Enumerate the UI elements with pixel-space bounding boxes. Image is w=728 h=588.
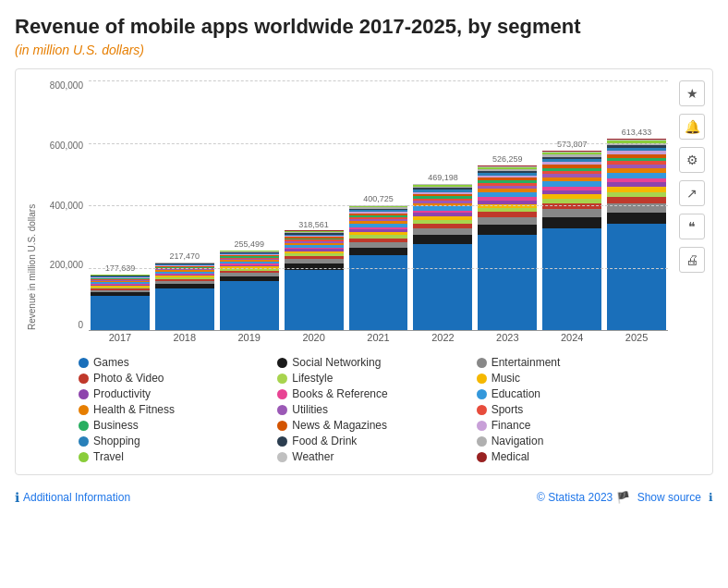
chart-container: ★ 🔔 ⚙ ↗ ❝ 🖨 Revenue in million U.S. doll… bbox=[15, 68, 713, 475]
additional-info-link[interactable]: ℹ Additional Information bbox=[15, 490, 130, 505]
legend-item-weather: Weather bbox=[277, 450, 468, 463]
x-label-2020: 2020 bbox=[285, 332, 344, 343]
segment-games bbox=[607, 224, 666, 330]
bar-group-2018: 217,470 bbox=[155, 251, 214, 330]
segment-games bbox=[91, 296, 150, 330]
legend: GamesSocial NetworkingEntertainmentPhoto… bbox=[27, 356, 668, 463]
bars-row: 177,639217,470255,499318,561400,725469,1… bbox=[89, 80, 668, 330]
x-label-2021: 2021 bbox=[349, 332, 408, 343]
share-icon[interactable]: ↗ bbox=[679, 180, 705, 206]
legend-dot bbox=[277, 389, 287, 399]
bar-group-2024: 573,807 bbox=[542, 140, 601, 330]
bar-total-2022: 469,198 bbox=[428, 173, 458, 182]
legend-dot bbox=[79, 436, 89, 447]
additional-info-label[interactable]: Additional Information bbox=[23, 491, 130, 504]
legend-item-finance: Finance bbox=[477, 419, 668, 432]
footer-right: © Statista 2023 🏴 Show source ℹ bbox=[537, 491, 713, 504]
y-axis: 800,000 600,000 400,000 200,000 0 bbox=[41, 80, 89, 330]
x-label-2018: 2018 bbox=[155, 332, 214, 343]
legend-label: Finance bbox=[491, 419, 531, 432]
legend-dot bbox=[79, 358, 89, 368]
legend-item-medical: Medical bbox=[477, 450, 668, 463]
segment-games bbox=[478, 235, 537, 330]
segment-social_networking bbox=[413, 235, 472, 244]
legend-dot bbox=[277, 452, 287, 462]
bar-total-2019: 255,499 bbox=[234, 239, 264, 249]
print-icon[interactable]: 🖨 bbox=[679, 247, 705, 273]
legend-label: News & Magazines bbox=[292, 419, 387, 432]
bar-stack-2025 bbox=[607, 139, 666, 330]
bar-group-2022: 469,198 bbox=[413, 173, 472, 330]
bar-stack-2022 bbox=[413, 184, 472, 330]
y-axis-label: Revenue in million U.S. dollars bbox=[27, 80, 37, 330]
legend-item-news-&-magazines: News & Magazines bbox=[277, 419, 468, 432]
legend-dot bbox=[477, 421, 487, 431]
x-label-2017: 2017 bbox=[91, 332, 150, 343]
bar-stack-2020 bbox=[285, 231, 344, 331]
bar-total-2024: 573,807 bbox=[557, 140, 588, 149]
bar-group-2019: 255,499 bbox=[220, 239, 279, 330]
segment-social_networking bbox=[478, 225, 537, 235]
legend-item-lifestyle: Lifestyle bbox=[277, 372, 468, 385]
legend-item-travel: Travel bbox=[79, 450, 270, 463]
legend-dot bbox=[79, 452, 89, 462]
bar-total-2021: 400,725 bbox=[363, 194, 394, 203]
x-label-2023: 2023 bbox=[478, 332, 537, 343]
legend-label: Lifestyle bbox=[292, 372, 333, 385]
y-tick-400k: 400,000 bbox=[50, 201, 83, 211]
legend-dot bbox=[277, 405, 287, 415]
bar-group-2017: 177,639 bbox=[91, 263, 150, 330]
source-info-icon[interactable]: ℹ bbox=[709, 491, 713, 504]
legend-label: Travel bbox=[93, 450, 124, 463]
quote-icon[interactable]: ❝ bbox=[679, 214, 705, 239]
sidebar-icons: ★ 🔔 ⚙ ↗ ❝ 🖨 bbox=[679, 80, 705, 273]
segment-games bbox=[413, 244, 472, 330]
segment-social_networking bbox=[285, 263, 344, 270]
legend-item-photo-&-video: Photo & Video bbox=[79, 372, 270, 385]
legend-item-education: Education bbox=[477, 387, 668, 400]
bar-group-2025: 613,433 bbox=[607, 128, 666, 330]
legend-label: Navigation bbox=[491, 435, 544, 447]
legend-label: Business bbox=[93, 419, 139, 432]
legend-dot bbox=[79, 405, 89, 415]
legend-item-books-&-reference: Books & Reference bbox=[277, 387, 468, 400]
legend-label: Health & Fitness bbox=[93, 403, 175, 416]
x-label-2022: 2022 bbox=[413, 332, 472, 343]
legend-dot bbox=[277, 374, 287, 384]
x-labels: 201720182019202020212022202320242025 bbox=[41, 330, 668, 343]
bar-group-2020: 318,561 bbox=[285, 220, 344, 331]
legend-label: Photo & Video bbox=[93, 372, 164, 385]
legend-item-entertainment: Entertainment bbox=[477, 356, 668, 369]
segment-games bbox=[542, 228, 601, 330]
segment-photo_video bbox=[607, 197, 666, 203]
bookmark-icon[interactable]: ★ bbox=[679, 80, 705, 106]
legend-item-social-networking: Social Networking bbox=[277, 356, 468, 369]
bar-stack-2018 bbox=[155, 263, 214, 330]
bar-stack-2017 bbox=[91, 275, 150, 330]
show-source-link[interactable]: Show source bbox=[637, 491, 701, 504]
legend-item-sports: Sports bbox=[477, 403, 668, 416]
legend-dot bbox=[277, 358, 287, 368]
segment-games bbox=[349, 255, 408, 330]
legend-label: Medical bbox=[491, 450, 529, 463]
x-label-2025: 2025 bbox=[607, 332, 666, 343]
bar-total-2025: 613,433 bbox=[622, 128, 652, 137]
legend-item-health-&-fitness: Health & Fitness bbox=[79, 403, 270, 416]
settings-icon[interactable]: ⚙ bbox=[679, 147, 705, 173]
legend-dot bbox=[477, 436, 487, 447]
legend-label: Sports bbox=[491, 403, 524, 416]
notification-icon[interactable]: 🔔 bbox=[679, 114, 705, 140]
legend-label: Education bbox=[491, 387, 540, 400]
legend-dot bbox=[79, 389, 89, 399]
legend-dot bbox=[477, 452, 487, 462]
segment-social_networking bbox=[542, 217, 601, 227]
footer: ℹ Additional Information © Statista 2023… bbox=[15, 490, 713, 505]
bar-stack-2021 bbox=[349, 205, 408, 330]
legend-item-music: Music bbox=[477, 372, 668, 385]
legend-dot bbox=[477, 358, 487, 368]
segment-entertainment bbox=[542, 209, 601, 217]
bar-total-2017: 177,639 bbox=[105, 263, 136, 273]
legend-dot bbox=[477, 405, 487, 415]
legend-label: Weather bbox=[292, 450, 334, 463]
y-tick-200k: 200,000 bbox=[50, 260, 83, 270]
